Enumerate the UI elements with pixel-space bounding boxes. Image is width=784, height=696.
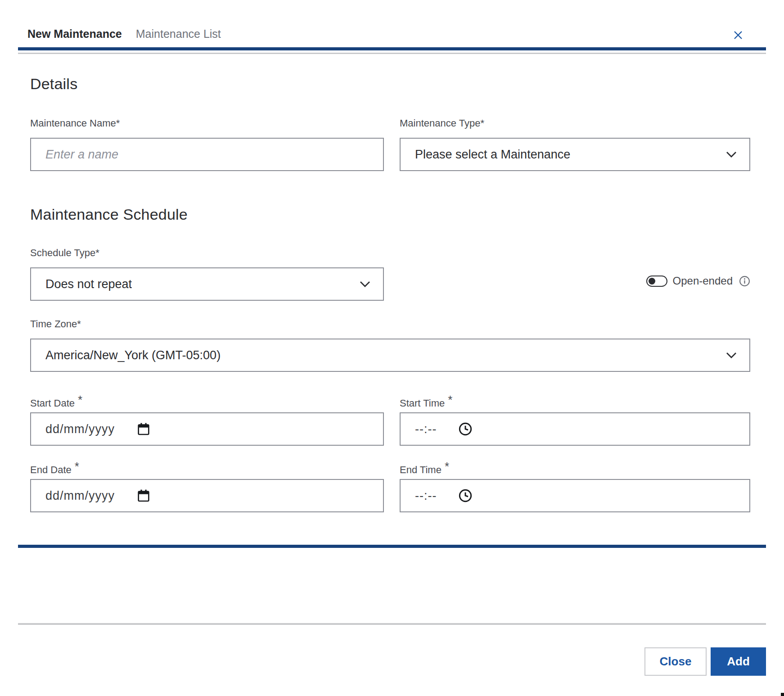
maintenance-name-input[interactable]	[30, 138, 384, 171]
start-time-value: --:--	[415, 422, 437, 436]
corner-artifact	[781, 693, 784, 696]
open-ended-label: Open-ended	[673, 275, 733, 287]
calendar-icon[interactable]	[136, 422, 151, 436]
toggle-knob	[649, 278, 655, 285]
end-time-value: --:--	[415, 489, 437, 503]
info-icon[interactable]	[739, 276, 750, 287]
end-date-value: dd/mm/yyyy	[45, 489, 115, 503]
close-dialog-button[interactable]	[732, 30, 744, 42]
end-time-input[interactable]: --:--	[400, 479, 750, 512]
start-time-label: Start Time*	[400, 397, 750, 409]
details-fields-row: Maintenance Name* Maintenance Type* Plea…	[30, 118, 750, 171]
clock-icon[interactable]	[458, 488, 473, 503]
end-date-field: End Date* dd/mm/yyyy	[30, 464, 384, 512]
end-date-label: End Date*	[30, 464, 384, 475]
header-rule	[18, 47, 766, 50]
maintenance-type-label: Maintenance Type*	[400, 118, 750, 129]
calendar-icon[interactable]	[136, 488, 151, 503]
time-zone-label: Time Zone*	[30, 319, 750, 330]
dialog-header: New Maintenance Maintenance List	[0, 0, 784, 47]
maintenance-type-select[interactable]: Please select a Maintenance	[400, 138, 750, 171]
maintenance-name-field: Maintenance Name*	[30, 118, 384, 171]
details-section-title: Details	[30, 75, 750, 93]
add-button[interactable]: Add	[711, 647, 766, 676]
time-zone-row: Time Zone* America/New_York (GMT-05:00)	[30, 319, 750, 372]
time-zone-value: America/New_York (GMT-05:00)	[45, 348, 221, 362]
start-time-field: Start Time* --:--	[400, 397, 750, 446]
dialog-body: Details Maintenance Name* Maintenance Ty…	[0, 75, 784, 512]
schedule-section-title: Maintenance Schedule	[30, 205, 750, 223]
close-button[interactable]: Close	[644, 647, 707, 676]
schedule-type-row: Schedule Type* Does not repeat Open-ende…	[30, 248, 750, 301]
start-date-field: Start Date* dd/mm/yyyy	[30, 397, 384, 446]
time-zone-select[interactable]: America/New_York (GMT-05:00)	[30, 339, 750, 372]
start-time-input[interactable]: --:--	[400, 412, 750, 446]
end-time-label: End Time*	[400, 464, 750, 475]
chevron-down-icon	[726, 352, 737, 359]
header-hairline	[18, 53, 766, 54]
chevron-down-icon	[360, 281, 370, 288]
schedule-type-field: Schedule Type* Does not repeat	[30, 248, 384, 301]
tab-maintenance-list[interactable]: Maintenance List	[136, 27, 221, 41]
maintenance-type-field: Maintenance Type* Please select a Mainte…	[400, 118, 750, 171]
schedule-type-select[interactable]: Does not repeat	[30, 267, 384, 301]
footer-actions: Close Add	[644, 647, 766, 676]
schedule-type-label: Schedule Type*	[30, 248, 384, 258]
chevron-down-icon	[726, 151, 737, 158]
maintenance-name-label: Maintenance Name*	[30, 118, 384, 129]
new-maintenance-dialog: New Maintenance Maintenance List Details…	[0, 0, 784, 696]
end-date-input[interactable]: dd/mm/yyyy	[30, 479, 384, 512]
tab-new-maintenance[interactable]: New Maintenance	[27, 27, 122, 41]
start-row: Start Date* dd/mm/yyyy Start Time* --:--	[30, 397, 750, 446]
open-ended-control: Open-ended	[400, 275, 750, 287]
start-date-input[interactable]: dd/mm/yyyy	[30, 412, 384, 446]
end-row: End Date* dd/mm/yyyy End Time* --:--	[30, 464, 750, 512]
body-bottom-rule	[18, 545, 766, 548]
close-icon	[733, 30, 743, 42]
open-ended-toggle[interactable]	[646, 276, 667, 287]
footer-divider	[18, 623, 766, 625]
start-date-value: dd/mm/yyyy	[45, 422, 115, 436]
schedule-type-value: Does not repeat	[45, 277, 132, 291]
time-zone-field: Time Zone* America/New_York (GMT-05:00)	[30, 319, 750, 372]
maintenance-type-value: Please select a Maintenance	[415, 148, 570, 162]
clock-icon[interactable]	[458, 422, 473, 436]
start-date-label: Start Date*	[30, 397, 384, 409]
end-time-field: End Time* --:--	[400, 464, 750, 512]
tab-bar: New Maintenance Maintenance List	[27, 27, 743, 41]
